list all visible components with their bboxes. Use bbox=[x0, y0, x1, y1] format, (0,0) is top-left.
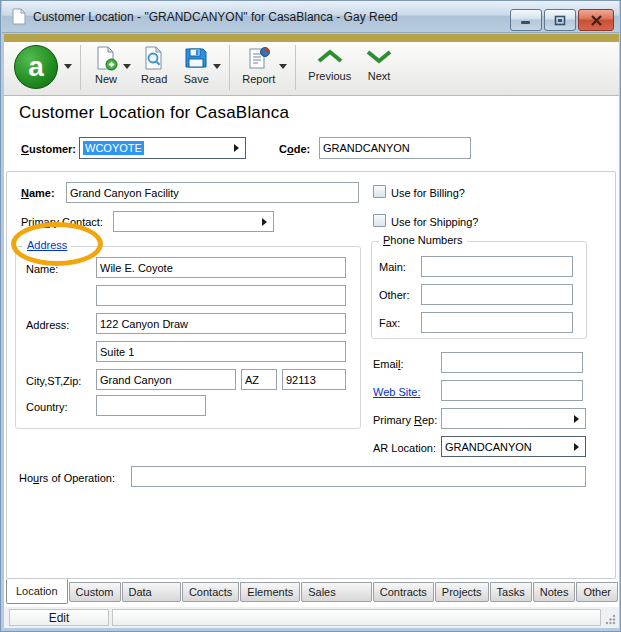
name-input[interactable] bbox=[66, 182, 359, 203]
address-line1-input[interactable] bbox=[96, 313, 346, 334]
primary-rep-combo[interactable] bbox=[441, 408, 586, 429]
name-label: Name: bbox=[21, 187, 55, 199]
tab-other[interactable]: Other bbox=[576, 582, 618, 602]
application-window: Customer Location - "GRANDCANYON" for Ca… bbox=[0, 0, 621, 632]
tab-contacts[interactable]: Contacts bbox=[182, 582, 239, 602]
ar-location-value: GRANDCANYON bbox=[445, 441, 532, 453]
customer-value: WCOYOTE bbox=[83, 141, 144, 155]
customer-label: Customer: bbox=[21, 143, 76, 155]
ar-location-combo-arrow-icon[interactable] bbox=[574, 443, 579, 451]
use-for-billing-label: Use for Billing? bbox=[391, 187, 465, 199]
hours-of-operation-label: Hours of Operation: bbox=[19, 472, 115, 484]
country-input[interactable] bbox=[96, 395, 206, 416]
web-site-input[interactable] bbox=[441, 380, 583, 401]
tab-bar: Location Custom Data Links Contacts Elem… bbox=[6, 579, 619, 606]
tab-sales-entries[interactable]: Sales Entries bbox=[301, 582, 372, 602]
save-button[interactable]: Save bbox=[179, 42, 213, 85]
maximize-button[interactable] bbox=[544, 9, 576, 31]
new-button[interactable]: New bbox=[89, 42, 123, 85]
logo-dropdown-arrow-icon[interactable] bbox=[64, 64, 72, 69]
ar-location-combo[interactable]: GRANDCANYON bbox=[441, 436, 586, 457]
close-button[interactable] bbox=[578, 9, 614, 31]
use-for-billing-checkbox[interactable] bbox=[373, 185, 386, 198]
phone-other-input[interactable] bbox=[421, 284, 573, 305]
maximize-icon bbox=[554, 15, 566, 26]
phone-main-label: Main: bbox=[379, 261, 406, 273]
status-message-panel bbox=[112, 609, 601, 626]
report-label: Report bbox=[242, 73, 275, 85]
close-icon bbox=[590, 15, 603, 26]
previous-label: Previous bbox=[308, 70, 351, 82]
window-title: Customer Location - "GRANDCANYON" for Ca… bbox=[33, 10, 398, 24]
chevron-up-icon bbox=[314, 49, 346, 64]
primary-rep-label: Primary Rep: bbox=[373, 414, 437, 426]
save-dropdown-arrow-icon[interactable] bbox=[213, 64, 221, 69]
status-bar: Edit bbox=[4, 607, 619, 628]
new-label: New bbox=[95, 73, 117, 85]
tab-notes[interactable]: Notes bbox=[533, 582, 576, 602]
tab-tasks[interactable]: Tasks bbox=[490, 582, 532, 602]
address-line2-input[interactable] bbox=[96, 341, 346, 362]
tab-contracts[interactable]: Contracts bbox=[373, 582, 434, 602]
phone-fax-input[interactable] bbox=[421, 312, 573, 333]
new-document-icon bbox=[93, 45, 119, 71]
read-button[interactable]: Read bbox=[137, 42, 171, 85]
document-icon bbox=[11, 8, 26, 25]
address-name-line1-input[interactable] bbox=[96, 257, 346, 278]
use-for-shipping-label: Use for Shipping? bbox=[391, 216, 478, 228]
primary-contact-label: Primary Contact: bbox=[21, 216, 103, 228]
next-label: Next bbox=[368, 70, 391, 82]
address-name-label: Name: bbox=[26, 263, 58, 275]
customer-combo-arrow-icon[interactable] bbox=[234, 144, 239, 152]
code-label: Code: bbox=[279, 143, 310, 155]
tab-custom[interactable]: Custom bbox=[69, 582, 121, 602]
resize-grip[interactable] bbox=[605, 614, 616, 625]
report-dropdown-arrow-icon[interactable] bbox=[279, 64, 287, 69]
primary-rep-combo-arrow-icon[interactable] bbox=[574, 415, 579, 423]
state-input[interactable] bbox=[241, 369, 277, 390]
title-bar[interactable]: Customer Location - "GRANDCANYON" for Ca… bbox=[2, 1, 619, 33]
status-mode: Edit bbox=[9, 609, 109, 626]
previous-button[interactable]: Previous bbox=[304, 42, 355, 82]
next-button[interactable]: Next bbox=[359, 42, 399, 82]
report-button[interactable]: Report bbox=[238, 42, 279, 85]
customer-combo[interactable]: WCOYOTE bbox=[79, 137, 246, 159]
toolbar-separator bbox=[295, 45, 296, 90]
city-input[interactable] bbox=[96, 369, 236, 390]
primary-contact-combo[interactable] bbox=[113, 211, 274, 232]
use-for-shipping-checkbox[interactable] bbox=[373, 214, 386, 227]
toolbar-separator bbox=[229, 45, 230, 90]
tab-data-links[interactable]: Data Links bbox=[122, 582, 181, 602]
phone-main-input[interactable] bbox=[421, 256, 573, 277]
web-site-link[interactable]: Web Site: bbox=[373, 386, 421, 398]
tab-elements[interactable]: Elements bbox=[240, 582, 300, 602]
save-label: Save bbox=[184, 73, 209, 85]
toolbar: a New Read bbox=[4, 42, 619, 96]
phone-fax-label: Fax: bbox=[379, 317, 400, 329]
ar-location-label: AR Location: bbox=[373, 442, 436, 454]
chevron-down-icon bbox=[363, 49, 395, 64]
page-title: Customer Location for CasaBlanca bbox=[19, 103, 289, 123]
new-dropdown-arrow-icon[interactable] bbox=[123, 64, 131, 69]
address-label: Address: bbox=[26, 319, 69, 331]
read-label: Read bbox=[141, 73, 167, 85]
report-icon bbox=[246, 45, 272, 71]
address-link[interactable]: Address bbox=[23, 239, 71, 251]
phone-other-label: Other: bbox=[379, 289, 410, 301]
country-label: Country: bbox=[26, 401, 68, 413]
code-input[interactable] bbox=[319, 137, 471, 159]
email-input[interactable] bbox=[441, 352, 583, 373]
minimize-button[interactable] bbox=[510, 9, 542, 31]
toolbar-separator bbox=[80, 45, 81, 90]
primary-contact-combo-arrow-icon[interactable] bbox=[262, 218, 267, 226]
minimize-icon bbox=[520, 15, 532, 25]
tab-projects[interactable]: Projects bbox=[435, 582, 489, 602]
city-st-zip-label: City,ST,Zip: bbox=[26, 375, 81, 387]
email-label: Email: bbox=[373, 358, 404, 370]
app-logo-button[interactable]: a bbox=[14, 45, 58, 89]
hours-of-operation-input[interactable] bbox=[131, 466, 586, 487]
address-name-line2-input[interactable] bbox=[96, 285, 346, 306]
tab-location[interactable]: Location bbox=[6, 579, 68, 604]
zip-input[interactable] bbox=[282, 369, 346, 390]
accent-strip bbox=[4, 34, 619, 42]
